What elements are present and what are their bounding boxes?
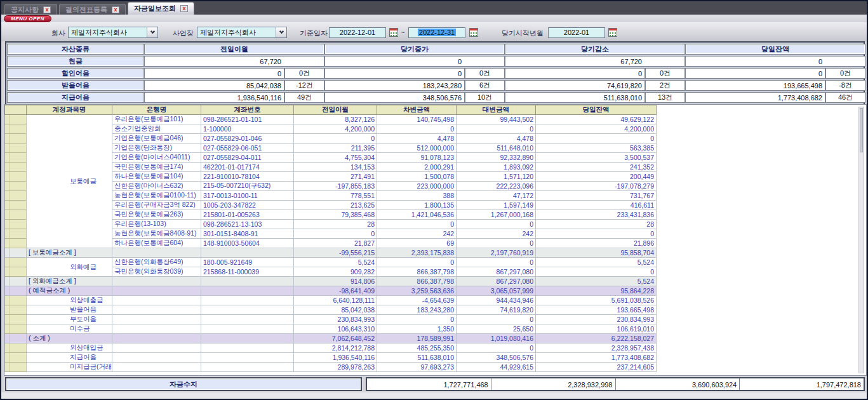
account-name-cell: 미수금 [27,324,112,334]
tab-자금일보조회[interactable]: 자금일보조회x [128,2,194,15]
debit-amount-cell: 140,745,498 [377,115,457,124]
period-start-input[interactable]: 2022-01 [548,27,605,38]
company-select[interactable]: 제일저지주식회사 [68,27,158,38]
summary-amount-cell: 0 [324,56,505,67]
grid-col-header: 계정과목명 [27,105,112,115]
debit-amount-cell: 183,243,280 [377,305,457,315]
grid-row[interactable]: 외상매출금6,640,128,111-4,654,639944,434,9465… [5,296,657,305]
vertical-scrollbar[interactable] [858,107,864,373]
menu-strip: MENU OPEN [1,15,867,22]
credit-amount-cell: 1,267,000,168 [457,210,536,220]
funds-balance-value: 1,727,771,468 [367,378,491,390]
tab-bar: 공지사항x결의전표등록x자금일보조회x [1,1,867,15]
credit-amount-cell: 2,197,760,919 [457,248,536,258]
period-start-label: 당기시작년월 [502,29,544,38]
funds-balance-value: 2,328,932,998 [491,378,615,390]
chevron-down-icon[interactable] [276,27,286,37]
prev-balance-cell: 914,806 [294,277,377,286]
account-name-cell: ( 소계 ) [27,334,112,343]
date-range-tilde: ~ [401,29,404,36]
calendar-icon[interactable] [389,28,398,37]
prev-balance-cell: 79,385,468 [294,210,377,220]
date-from-input[interactable]: 2022-12-01 [329,27,386,38]
asset-type-label: 할인어음 [7,68,144,79]
grid-row[interactable]: [ 외화예금소계 ]914,806866,387,798867,297,0805… [5,277,657,286]
grid-row[interactable]: 미지급금(거래처)289,978,26397,693,27344,929,615… [5,363,657,372]
summary-count-cell: 6건 [465,80,505,91]
row-indicator-cell [5,134,10,143]
bank-name-cell: 국민은행(보통예금263) [112,210,201,220]
summary-row: 지급어음1,936,540,11649건348,506,57610건511,63… [7,92,865,103]
row-indicator-cell [5,305,10,315]
grid-row[interactable]: ( 예적금소계 )-98,641,4093,259,563,6363,065,0… [5,286,657,296]
credit-amount-cell: 0 [457,124,536,134]
grid-row[interactable]: 외상매입금2,814,212,788485,255,35002,328,957,… [5,343,657,353]
prev-balance-cell: 230,834,993 [294,315,377,324]
grid-col-header: 당일잔액 [536,105,657,115]
grid-row[interactable]: 보통예금우리은행(보통예금101)098-286521-01-1018,327,… [5,115,657,124]
bank-name-cell [112,296,201,305]
debit-amount-cell: 866,387,798 [377,277,457,286]
summary-amount-cell: 0 [324,68,465,79]
credit-amount-cell: 3,065,057,999 [457,286,536,296]
site-select[interactable]: 제일저지주식회사 [197,27,287,38]
grid-row[interactable]: 미수금106,643,3101,35025,650106,619,010 [5,324,657,334]
grid-row[interactable]: 외화예금신한은행(외화통장649)180-005-9216495,524005,… [5,258,657,267]
credit-amount-cell: 242 [457,229,536,239]
row-selector-cell [10,134,27,143]
day-balance-cell: 5,524 [536,277,657,286]
close-tab-icon[interactable]: x [180,5,188,12]
summary-col-header: 당기증가 [324,44,505,55]
row-selector-cell [10,153,27,163]
chevron-down-icon[interactable] [147,27,157,37]
bank-name-cell: 농협은행(보통예금0100-11) [112,191,201,201]
account-number-cell [201,343,294,353]
grid-row[interactable]: 부도어음230,834,99300230,834,993 [5,315,657,324]
grid-row[interactable]: 받을어음85,042,038183,243,28074,619,820193,6… [5,305,657,315]
account-number-cell: 462201-01-017174 [201,163,294,172]
grid-row[interactable]: ( 소계 )7,062,648,452178,589,9911,019,080,… [5,334,657,343]
row-indicator-cell [5,191,10,201]
scrollbar-thumb[interactable] [860,108,863,152]
prev-balance-cell: 1,936,540,116 [294,353,377,363]
menu-open-button[interactable]: MENU OPEN [4,15,51,22]
tab-공지사항[interactable]: 공지사항x [4,4,57,15]
account-detail-grid: 계정과목명은행명계좌번호전일이월차변금액대변금액당일잔액보통예금우리은행(보통예… [4,105,657,372]
row-selector-cell [10,286,27,296]
grid-row[interactable]: 지급어음1,936,540,116511,638,010348,506,5761… [5,353,657,363]
row-selector-cell [10,115,27,124]
credit-amount-cell: 44,929,615 [457,363,536,372]
close-tab-icon[interactable]: x [43,6,51,13]
summary-count-cell: 10건 [465,92,505,103]
tab-결의전표등록[interactable]: 결의전표등록x [59,4,126,15]
prev-balance-cell: 7,062,648,452 [294,334,377,343]
account-number-cell: 215-05-007210(구632) [201,182,294,191]
grid-row[interactable]: [ 보통예금소계 ]-99,556,2152,393,175,8382,197,… [5,248,657,258]
row-selector-cell [10,220,27,229]
account-number-cell: 027-055829-04-011 [201,153,294,163]
row-indicator-cell [5,315,10,324]
prev-balance-cell: 6,640,128,111 [294,296,377,305]
bank-name-cell [112,343,201,353]
day-balance-cell: 0 [536,134,657,143]
row-indicator-cell [5,115,10,124]
app-window: 공지사항x결의전표등록x자금일보조회x MENU OPEN 회사 제일저지주식회… [0,0,868,400]
account-name-cell: 외상매출금 [27,296,112,305]
row-selector-cell [10,182,27,191]
summary-row: 현금67,720067,7200 [7,56,865,67]
funds-balance-values: 1,727,771,4682,328,932,9983,690,603,9241… [366,377,865,391]
credit-amount-cell: 348,506,576 [457,353,536,363]
date-to-input[interactable]: 2022-12-31 [408,27,465,38]
bank-name-cell: 국민은행(외화통장039) [112,267,201,277]
bank-name-cell: 기업은행(마이너스04011) [112,153,201,163]
summary-count-cell: 13건 [645,92,685,103]
bank-name-cell: 기업은행(당좌통장) [112,143,201,153]
row-indicator-cell [5,324,10,334]
row-selector-cell [10,210,27,220]
account-number-cell: 215801-01-005263 [201,210,294,220]
calendar-icon[interactable] [608,28,617,37]
site-select-value: 제일저지주식회사 [197,28,276,37]
close-tab-icon[interactable]: x [112,6,119,13]
calendar-icon[interactable] [469,28,478,37]
funds-balance-value: 3,690,603,924 [615,378,740,390]
